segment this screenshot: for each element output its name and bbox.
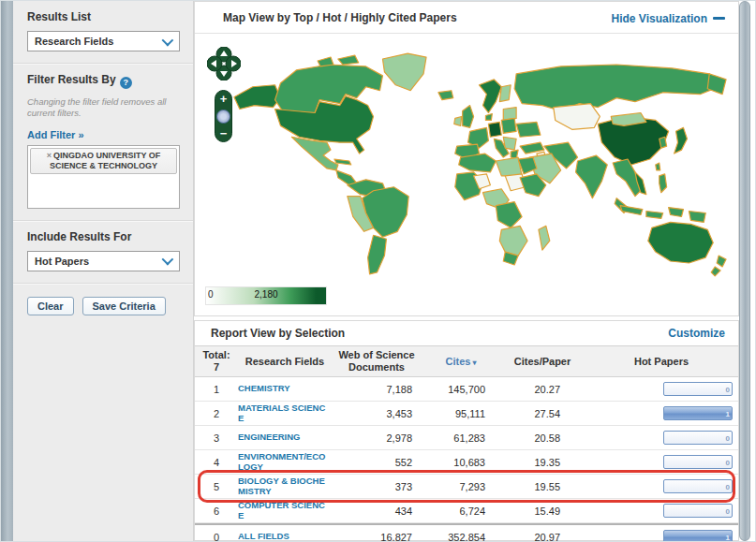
hot-papers-bar[interactable]: 0 (663, 455, 733, 469)
map-controls: + − (207, 47, 241, 142)
row-rank: 2 (195, 408, 238, 419)
row-rank: 6 (195, 505, 238, 517)
legend-max-value: 2,180 (254, 289, 277, 300)
hot-papers-bar[interactable]: 0 (663, 479, 733, 493)
col-research-fields: Research Fields (238, 356, 332, 367)
row-cites-per-paper-value: 19.35 (500, 457, 585, 468)
row-docs-value: 16,827 (332, 532, 422, 542)
results-list-selected-value: Research Fields (35, 36, 113, 47)
map-body: + − 0 2,180 (195, 34, 738, 315)
help-icon[interactable]: ? (120, 77, 132, 89)
row-rank: 1 (195, 384, 238, 395)
col-hot-papers: Hot Papers (585, 356, 738, 367)
row-docs-value: 552 (332, 457, 422, 468)
main-panel: Map View by Top / Hot / Highly Cited Pap… (194, 1, 739, 541)
filter-heading: Filter Results By? (27, 73, 180, 89)
include-results-section: Include Results For Hot Papers (13, 221, 193, 284)
filter-tag[interactable]: ×QINGDAO UNIVERSITY OF SCIENCE & TECHNOL… (30, 148, 177, 175)
col-cites-per-paper: Cites/Paper (500, 356, 585, 367)
hot-papers-value: 0 (726, 458, 730, 466)
map-header: Map View by Top / Hot / Highly Cited Pap… (195, 2, 738, 34)
save-criteria-button[interactable]: Save Criteria (82, 297, 166, 315)
col-wos-documents: Web of Science Documents (332, 349, 422, 373)
right-scrollbar[interactable] (739, 1, 750, 541)
table-row[interactable]: 2 MATERIALS SCIENCE 3,453 95,111 27.54 1 (195, 402, 738, 426)
hot-papers-value: 0 (726, 433, 730, 442)
table-row[interactable]: 4 ENVIRONMENT/ECOLOGY 552 10,683 19.35 0 (195, 450, 738, 475)
research-field-link[interactable]: CHEMISTRY (238, 384, 332, 393)
collapse-dash-icon[interactable] (713, 17, 725, 20)
results-list-select[interactable]: Research Fields (27, 31, 180, 51)
research-field-link[interactable]: ENGINEERING (238, 432, 332, 442)
col-total: Total:7 (195, 349, 238, 373)
filter-section: Filter Results By? Changing the filter f… (13, 64, 193, 221)
include-results-select[interactable]: Hot Papers (27, 251, 180, 271)
row-docs-value: 2,978 (332, 432, 422, 444)
hot-papers-bar[interactable]: 0 (663, 382, 733, 396)
row-docs-value: 434 (332, 505, 422, 517)
report-card: Report View by Selection Customize Total… (194, 320, 739, 541)
legend-min-value: 0 (208, 289, 214, 300)
app-window: Results List Research Fields Filter Resu… (0, 0, 756, 542)
row-cites-per-paper-value: 19.55 (500, 481, 585, 492)
row-hot-papers-cell: 0 (585, 431, 738, 445)
row-cites-value: 6,724 (422, 505, 500, 517)
map-zoom-control: + − (215, 90, 232, 142)
table-row[interactable]: 0 ALL FIELDS 16,827 352,854 20.97 1 (195, 523, 738, 542)
sidebar: Results List Research Fields Filter Resu… (13, 1, 194, 541)
research-field-link[interactable]: ALL FIELDS (238, 532, 332, 541)
row-docs-value: 3,453 (332, 408, 422, 419)
report-table-header: Total:7 Research Fields Web of Science D… (195, 345, 738, 377)
hide-visualization-link[interactable]: Hide Visualization (612, 12, 707, 25)
criteria-buttons-section: Clear Save Criteria (13, 284, 193, 327)
row-cites-value: 7,293 (422, 481, 500, 492)
world-choropleth-map[interactable] (227, 45, 733, 281)
hot-papers-bar[interactable]: 1 (663, 406, 733, 420)
include-results-selected-value: Hot Papers (35, 256, 89, 267)
remove-filter-icon[interactable]: × (47, 151, 52, 160)
row-rank: 5 (195, 481, 238, 492)
clear-button[interactable]: Clear (27, 297, 74, 315)
hot-papers-value: 0 (726, 482, 730, 491)
table-row[interactable]: 6 COMPUTER SCIENCE 434 6,724 15.49 0 (195, 499, 738, 523)
customize-link[interactable]: Customize (668, 327, 725, 340)
add-filter-link[interactable]: Add Filter » (27, 129, 84, 140)
row-cites-per-paper-value: 20.58 (500, 432, 585, 444)
zoom-out-button[interactable]: − (220, 128, 228, 139)
research-field-link[interactable]: MATERIALS SCIENCE (238, 403, 332, 423)
row-hot-papers-cell: 1 (585, 530, 738, 542)
row-cites-value: 10,683 (422, 457, 500, 468)
left-scrollbar[interactable] (1, 1, 14, 541)
hot-papers-bar[interactable]: 0 (663, 431, 733, 445)
row-cites-value: 95,111 (422, 408, 500, 419)
research-field-link[interactable]: ENVIRONMENT/ECOLOGY (238, 452, 332, 472)
report-title: Report View by Selection (211, 327, 345, 340)
row-hot-papers-cell: 1 (585, 406, 738, 420)
col-cites-sort[interactable]: Cites▾ (422, 356, 500, 367)
report-header: Report View by Selection Customize (195, 321, 738, 345)
row-cites-per-paper-value: 20.97 (500, 532, 585, 542)
hot-papers-bar[interactable]: 1 (663, 530, 733, 542)
hot-papers-bar[interactable]: 0 (663, 504, 733, 518)
research-field-link[interactable]: COMPUTER SCIENCE (238, 501, 332, 520)
zoom-in-button[interactable]: + (220, 94, 228, 104)
row-hot-papers-cell: 0 (585, 479, 738, 493)
row-cites-value: 352,854 (422, 532, 500, 542)
research-field-link[interactable]: BIOLOGY & BIOCHEMISTRY (238, 476, 332, 496)
map-countries[interactable] (234, 53, 726, 276)
table-row[interactable]: 5 BIOLOGY & BIOCHEMISTRY 373 7,293 19.55… (195, 475, 738, 499)
hot-papers-value: 0 (726, 385, 730, 393)
row-docs-value: 7,188 (332, 384, 422, 395)
sort-descending-icon: ▾ (472, 359, 476, 367)
include-results-heading: Include Results For (27, 230, 180, 243)
row-cites-value: 145,700 (422, 384, 500, 395)
table-row[interactable]: 1 CHEMISTRY 7,188 145,700 20.27 0 (195, 377, 738, 402)
chevron-down-icon (162, 254, 174, 266)
map-pan-control[interactable] (207, 47, 241, 81)
globe-reset-icon[interactable] (216, 110, 230, 124)
table-row[interactable]: 3 ENGINEERING 2,978 61,283 20.58 0 (195, 426, 738, 450)
hot-papers-value: 0 (726, 506, 730, 515)
row-rank: 4 (195, 457, 238, 468)
row-cites-value: 61,283 (422, 432, 500, 444)
row-hot-papers-cell: 0 (585, 382, 738, 396)
